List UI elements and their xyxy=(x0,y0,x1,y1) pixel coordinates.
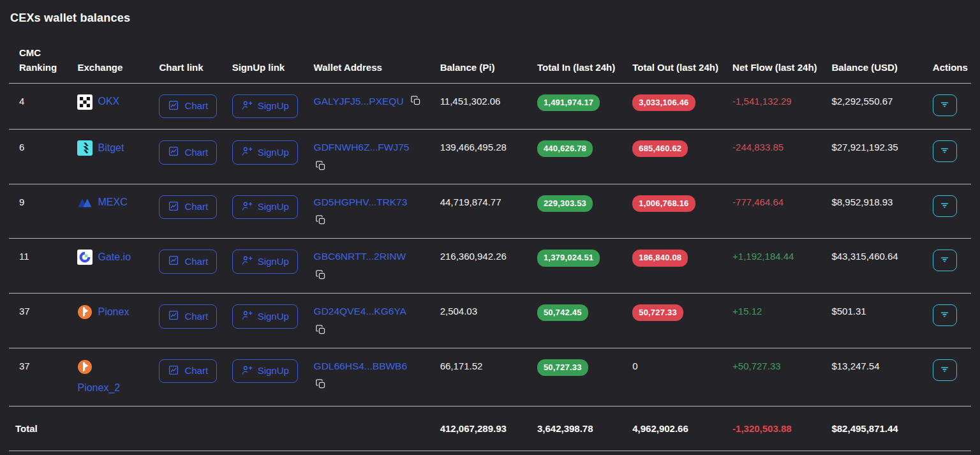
total-label: Total xyxy=(15,423,38,434)
row-actions-button[interactable] xyxy=(933,304,957,326)
total-out-badge: 685,460.62 xyxy=(632,140,688,157)
signup-button[interactable]: SignUp xyxy=(232,304,298,329)
signup-button[interactable]: SignUp xyxy=(232,94,298,119)
copy-icon xyxy=(410,95,421,106)
table-row: 9 MEXC Chart SignUp GD5HGPHV...TRK73 xyxy=(9,184,971,239)
copy-address-button[interactable] xyxy=(410,95,421,106)
copy-address-button[interactable] xyxy=(315,324,326,335)
copy-address-button[interactable] xyxy=(315,378,326,389)
net-flow-value: -244,833.85 xyxy=(732,142,783,153)
total-in-badge: 50,727.33 xyxy=(537,359,588,376)
net-flow-value: +1,192,184.44 xyxy=(732,251,794,262)
exchange-link[interactable]: Pionex xyxy=(98,305,129,319)
col-header-actions: Actions xyxy=(926,41,971,83)
copy-address-button[interactable] xyxy=(315,214,326,225)
wallet-address-link[interactable]: GDFNWH6Z...FWJ75 xyxy=(314,142,410,153)
total-out-badge: 3,033,106.46 xyxy=(632,94,695,111)
net-flow-value: +50,727.33 xyxy=(732,361,781,371)
total-in: 3,642,398.78 xyxy=(537,423,593,434)
pionex-logo-icon xyxy=(77,304,93,320)
wallet-address-link[interactable]: GD24QVE4...KG6YA xyxy=(314,306,406,317)
signup-button[interactable]: SignUp xyxy=(232,359,298,384)
total-in-badge: 1,379,024.51 xyxy=(537,250,600,266)
signup-button[interactable]: SignUp xyxy=(232,250,298,274)
net-flow-value: -777,464.64 xyxy=(732,197,783,207)
user-plus-icon xyxy=(241,200,253,212)
chart-button[interactable]: Chart xyxy=(159,195,217,220)
cmc-ranking-value: 37 xyxy=(19,361,30,371)
wallet-address-link[interactable]: GDL66HS4...BBWB6 xyxy=(314,361,407,371)
gateio-logo-icon xyxy=(77,250,93,265)
exchange-link[interactable]: Pionex_2 xyxy=(77,381,120,395)
total-balance-pi: 412,067,289.93 xyxy=(440,423,507,434)
exchange-link[interactable]: Gate.io xyxy=(98,250,131,264)
user-plus-icon xyxy=(241,310,253,321)
cmc-ranking-value: 4 xyxy=(19,96,24,107)
chart-button[interactable]: Chart xyxy=(159,94,217,119)
chart-button[interactable]: Chart xyxy=(159,359,217,384)
mexc-logo-icon xyxy=(77,195,93,211)
chart-icon xyxy=(168,145,179,157)
row-actions-button[interactable] xyxy=(933,359,957,381)
total-in-badge: 229,303.53 xyxy=(537,195,593,212)
chart-icon xyxy=(168,255,179,266)
chart-button[interactable]: Chart xyxy=(159,304,217,329)
okx-logo-icon xyxy=(77,94,93,110)
filter-icon xyxy=(939,200,950,211)
net-flow-value: +15.12 xyxy=(732,306,762,317)
total-row: Total412,067,289.933,642,398.784,962,902… xyxy=(9,407,971,451)
row-actions-button[interactable] xyxy=(933,94,957,116)
cmc-ranking-value: 6 xyxy=(19,142,24,153)
chart-button[interactable]: Chart xyxy=(159,140,217,165)
copy-icon xyxy=(315,160,326,171)
copy-icon xyxy=(315,269,326,280)
signup-button[interactable]: SignUp xyxy=(232,195,298,220)
cex-wallet-balances-table: CMC Ranking Exchange Chart link SignUp l… xyxy=(9,41,971,451)
balance-pi-value: 11,451,302.06 xyxy=(440,96,501,107)
exchange-link[interactable]: OKX xyxy=(98,94,119,108)
exchange-link[interactable]: MEXC xyxy=(98,195,127,209)
wallet-address-link[interactable]: GD5HGPHV...TRK73 xyxy=(314,197,408,207)
table-row: 11 Gate.io Chart SignUp GBC6NRTT... xyxy=(9,239,971,294)
balance-usd-value: $13,247.54 xyxy=(831,361,879,371)
filter-icon xyxy=(939,364,950,375)
filter-icon xyxy=(939,99,950,110)
exchange-link[interactable]: Bitget xyxy=(98,141,124,155)
wallet-address-cell: GD5HGPHV...TRK73 xyxy=(308,184,434,239)
exchange-cell: Pionex xyxy=(77,304,146,320)
copy-address-button[interactable] xyxy=(315,160,326,171)
total-in-badge: 440,626.78 xyxy=(537,140,593,157)
total-out: 4,962,902.66 xyxy=(632,423,688,434)
row-actions-button[interactable] xyxy=(933,195,957,217)
col-header-net-flow: Net Flow (last 24h) xyxy=(726,41,825,83)
balance-pi-value: 2,504.03 xyxy=(440,306,477,317)
total-net-flow: -1,320,503.88 xyxy=(732,423,792,434)
balance-usd-value: $2,292,550.67 xyxy=(831,96,893,107)
exchange-cell: Gate.io xyxy=(77,250,146,265)
wallet-address-link[interactable]: GBC6NRTT...2RINW xyxy=(314,251,406,262)
row-actions-button[interactable] xyxy=(933,140,957,162)
net-flow-value: -1,541,132.29 xyxy=(732,96,792,107)
col-header-signup-link: SignUp link xyxy=(226,41,308,83)
signup-button[interactable]: SignUp xyxy=(232,140,298,165)
page-title: CEXs wallet balances xyxy=(10,11,971,25)
wallet-address-link[interactable]: GALYJFJ5...PXEQU xyxy=(314,96,404,107)
balance-pi-value: 44,719,874.77 xyxy=(440,197,501,207)
copy-icon xyxy=(315,324,326,335)
total-in-badge: 50,742.45 xyxy=(537,304,588,321)
col-header-balance-pi: Balance (Pi) xyxy=(434,41,531,83)
row-actions-button[interactable] xyxy=(933,250,957,271)
exchange-cell: OKX xyxy=(77,94,146,110)
total-balance-usd: $82,495,871.44 xyxy=(831,423,898,434)
total-out-badge: 50,727.33 xyxy=(632,304,683,321)
copy-address-button[interactable] xyxy=(315,269,326,280)
cmc-ranking-value: 11 xyxy=(19,251,29,262)
total-in-badge: 1,491,974.17 xyxy=(537,94,600,111)
wallet-address-cell: GDFNWH6Z...FWJ75 xyxy=(308,130,434,184)
table-row: 4 OKX Chart SignUp G xyxy=(9,83,971,130)
filter-icon xyxy=(939,145,950,156)
copy-icon xyxy=(315,378,326,389)
wallet-address-cell: GD24QVE4...KG6YA xyxy=(308,294,434,348)
chart-button[interactable]: Chart xyxy=(159,250,217,274)
balance-usd-value: $8,952,918.93 xyxy=(831,197,893,207)
